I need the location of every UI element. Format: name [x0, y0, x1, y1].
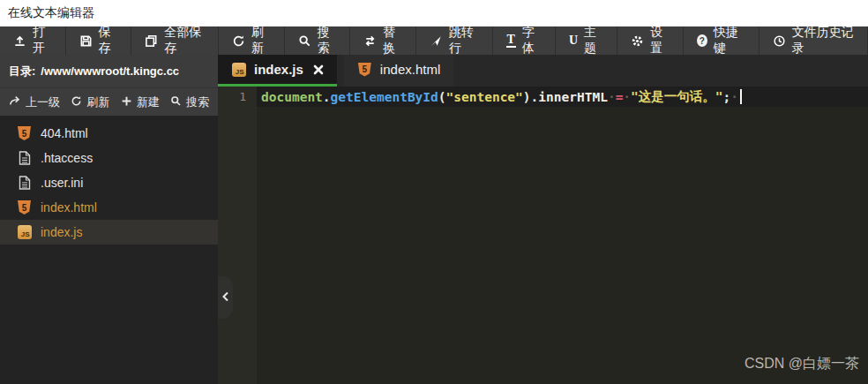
- plus-icon: [121, 95, 132, 109]
- action-label: 搜索: [186, 94, 209, 110]
- theme-U-icon: U: [569, 34, 578, 47]
- file-name: index.js: [41, 225, 82, 239]
- main-toolbar: 打开 保存 全部保存 刷新 搜索 替换 跳转行: [0, 26, 868, 55]
- save-button[interactable]: 保存: [66, 26, 132, 55]
- toolbar-label: 文件历史记录: [792, 25, 854, 56]
- open-button[interactable]: 打开: [0, 26, 66, 55]
- refresh-icon: [232, 34, 245, 48]
- tab-index-html[interactable]: 5 index.html: [344, 55, 453, 87]
- tab-index-js[interactable]: JS index.js: [218, 55, 337, 87]
- file-name: .user.ini: [41, 176, 83, 190]
- code-token: .: [323, 90, 331, 104]
- toolbar-label: 字体: [522, 25, 542, 56]
- file-list: 5 404.html .htaccess .user.ini 5 index.h…: [0, 121, 218, 245]
- main-area: 目录: /www/wwwroot/t.kingc.cc 上一级 刷新 新建: [0, 55, 868, 384]
- file-item-htaccess[interactable]: .htaccess: [0, 146, 218, 170]
- doc-icon: [17, 151, 32, 166]
- tab-label: index.js: [254, 62, 303, 77]
- code-token: =: [616, 90, 624, 104]
- toolbar-label: 搜索: [318, 25, 337, 56]
- up-level-arrow-icon: [9, 94, 21, 109]
- code-token: innerHTML: [538, 90, 608, 104]
- shortcuts-button[interactable]: ? 快捷键: [684, 26, 760, 55]
- toolbar-label: 快捷键: [714, 25, 745, 56]
- code-token: ·: [623, 90, 631, 104]
- question-circle-icon: ?: [697, 34, 707, 47]
- code-line-1: 1 document.getElementById("sentence").in…: [218, 87, 868, 107]
- editor-column: JS index.js 5 index.html 1 document.getE…: [218, 55, 868, 384]
- code-token: "sentence": [446, 90, 523, 104]
- gear-icon: [631, 34, 644, 48]
- sidebar-actions: 上一级 刷新 新建 搜索: [0, 87, 218, 116]
- code-token: "这是一句话。": [631, 88, 722, 105]
- sidebar-search-button[interactable]: 搜索: [170, 94, 209, 110]
- toolbar-label: 主题: [584, 25, 603, 56]
- doc-icon: [17, 176, 32, 191]
- tab-label: index.html: [380, 62, 440, 77]
- text-cursor: [740, 89, 742, 104]
- code-token: ;: [723, 90, 731, 104]
- code-token: ·: [608, 90, 616, 104]
- file-item-index-js[interactable]: JS index.js: [0, 220, 218, 245]
- editor-canvas[interactable]: 1 document.getElementById("sentence").in…: [218, 87, 868, 384]
- editor-empty-area[interactable]: CSDN @白嫖一茶: [218, 107, 868, 384]
- html5-icon: 5: [357, 62, 372, 77]
- file-name: .htaccess: [41, 151, 93, 165]
- file-name: 404.html: [41, 126, 88, 140]
- up-level-button[interactable]: 上一级: [9, 94, 60, 110]
- replace-button[interactable]: 替换: [350, 26, 416, 55]
- replace-icon: [363, 34, 377, 48]
- action-label: 上一级: [26, 94, 60, 110]
- close-icon[interactable]: [313, 64, 324, 75]
- font-button[interactable]: T 字体: [493, 26, 556, 55]
- code-token: ).: [523, 90, 538, 104]
- html5-icon: 5: [17, 126, 32, 141]
- clock-icon: [773, 34, 786, 48]
- file-history-button[interactable]: 文件历史记录: [760, 26, 868, 55]
- sidebar-collapse-handle[interactable]: [218, 276, 233, 319]
- code-token: getElementById: [331, 90, 438, 104]
- tab-bar: JS index.js 5 index.html: [218, 55, 868, 87]
- file-item-index-html[interactable]: 5 index.html: [0, 195, 218, 220]
- directory-path: /www/wwwroot/t.kingc.cc: [41, 64, 179, 78]
- action-label: 新建: [137, 94, 160, 110]
- window-titlebar: 在线文本编辑器: [0, 0, 868, 26]
- js-icon: JS: [231, 62, 246, 77]
- open-icon: [13, 34, 26, 48]
- watermark: CSDN @白嫖一茶: [745, 355, 859, 373]
- code-token: (: [438, 90, 446, 104]
- file-sidebar: 目录: /www/wwwroot/t.kingc.cc 上一级 刷新 新建: [0, 55, 218, 384]
- goto-line-button[interactable]: 跳转行: [416, 26, 493, 55]
- sidebar-refresh-button[interactable]: 刷新: [71, 94, 109, 110]
- page-title: 在线文本编辑器: [8, 5, 94, 21]
- theme-button[interactable]: U 主题: [556, 26, 617, 55]
- code-token: ·: [730, 90, 738, 104]
- toolbar-label: 替换: [383, 25, 402, 56]
- file-name: index.html: [41, 200, 97, 215]
- code-token: document: [261, 90, 323, 104]
- toolbar-label: 刷新: [251, 25, 271, 56]
- directory-bar: 目录: /www/wwwroot/t.kingc.cc: [0, 55, 218, 87]
- toolbar-label: 打开: [33, 25, 52, 56]
- chevron-left-icon: [221, 290, 230, 305]
- action-label: 刷新: [86, 94, 109, 110]
- toolbar-label: 跳转行: [449, 25, 479, 56]
- save-all-button[interactable]: 全部保存: [131, 26, 219, 55]
- search-icon: [170, 95, 182, 109]
- save-icon: [79, 34, 93, 48]
- file-item-user-ini[interactable]: .user.ini: [0, 170, 218, 195]
- font-T-icon: T: [506, 34, 516, 48]
- search-icon: [298, 34, 311, 48]
- search-button[interactable]: 搜索: [285, 26, 351, 55]
- settings-button[interactable]: 设置: [617, 26, 684, 55]
- js-icon: JS: [17, 225, 32, 240]
- gutter-column: [218, 107, 257, 384]
- line-number: 1: [218, 87, 257, 107]
- code-line-content: document.getElementById("sentence").inne…: [257, 87, 868, 107]
- toolbar-label: 设置: [650, 25, 670, 56]
- file-item-404-html[interactable]: 5 404.html: [0, 121, 218, 146]
- refresh-button[interactable]: 刷新: [219, 26, 285, 55]
- directory-label: 目录:: [9, 64, 35, 79]
- new-file-button[interactable]: 新建: [121, 94, 160, 110]
- toolbar-label: 保存: [99, 25, 118, 56]
